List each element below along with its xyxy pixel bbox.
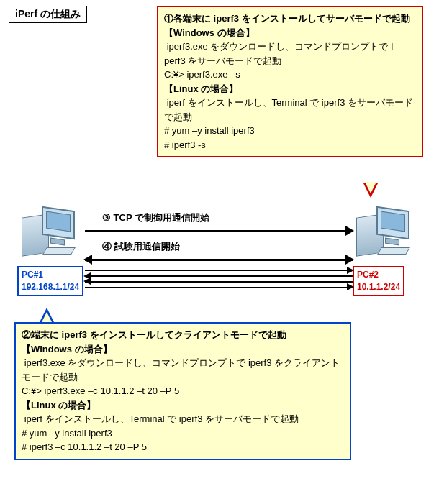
control-arrow-icon	[85, 226, 353, 236]
callout-pointer-icon	[40, 308, 54, 322]
linux-command-1: # yum –y install iperf3	[164, 124, 416, 138]
linux-text: iperf をインストールし、Terminal で iperf3 をサーバモード…	[164, 96, 416, 124]
pc1-name: PC#1	[22, 270, 43, 280]
pc1-label: PC#1 192.168.1.1/24	[17, 266, 83, 296]
linux-command-1: # yum –y install iperf3	[22, 426, 344, 441]
parallel-streams-icon	[85, 269, 353, 293]
linux-command-2: # iperf3 –c 10.1.1.2 –t 20 –P 5	[22, 440, 344, 454]
pc2-name: PC#2	[357, 270, 379, 280]
linux-heading: 【Linux の場合】	[164, 82, 416, 96]
pc2-icon	[356, 209, 414, 259]
windows-command: C:¥> iperf3.exe –s	[164, 68, 416, 82]
step3-label: ③ TCP で制御用通信開始	[102, 211, 353, 224]
windows-text: iperf3.exe をダウンロードし、コマンドプロンプトで iperf3 をク…	[22, 356, 344, 384]
windows-heading: 【Windows の場合】	[164, 26, 416, 40]
linux-command-2: # iperf3 -s	[164, 138, 416, 152]
network-area: ③ TCP で制御用通信開始 ④ 試験用通信開始	[85, 210, 353, 293]
step4-label: ④ 試験用通信開始	[102, 240, 353, 253]
callout-pointer-icon	[363, 183, 378, 198]
callout-heading: ①各端末に iperf3 をインストールしてサーバモードで起動	[164, 12, 416, 26]
callout-heading: ②端末に iperf3 をインストールしてクライアントモードで起動	[22, 328, 344, 342]
callout-client-mode: ②端末に iperf3 をインストールしてクライアントモードで起動 【Windo…	[14, 322, 351, 460]
pc2-ip: 10.1.1.2/24	[357, 282, 400, 292]
diagram-title: iPerf の仕組み	[9, 6, 87, 23]
pc1-icon	[22, 209, 79, 259]
pc1-ip: 192.168.1.1/24	[22, 282, 79, 292]
linux-text: iperf をインストールし、Terminal で iperf3 をサーバモード…	[22, 412, 344, 426]
pc2-label: PC#2 10.1.1.2/24	[353, 266, 404, 296]
callout-server-mode: ①各端末に iperf3 をインストールしてサーバモードで起動 【Windows…	[157, 6, 423, 157]
linux-heading: 【Linux の場合】	[22, 398, 344, 413]
windows-text: iperf3.exe をダウンロードし、コマンドプロンプトで I perf3 を…	[164, 40, 416, 68]
windows-heading: 【Windows の場合】	[22, 342, 344, 357]
windows-command: C:¥> iperf3.exe –c 10.1.1.2 –t 20 –P 5	[22, 384, 344, 398]
test-arrow-icon	[85, 255, 353, 265]
